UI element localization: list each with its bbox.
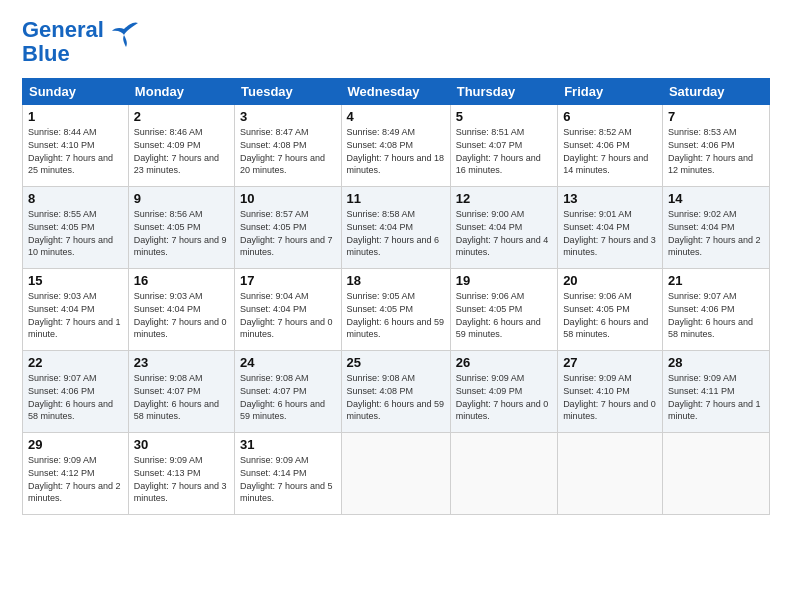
day-number: 19 xyxy=(456,273,552,288)
day-detail: Sunrise: 8:52 AMSunset: 4:06 PMDaylight:… xyxy=(563,127,648,175)
day-number: 30 xyxy=(134,437,229,452)
weekday-header: Wednesday xyxy=(341,79,450,105)
calendar-cell: 2 Sunrise: 8:46 AMSunset: 4:09 PMDayligh… xyxy=(128,105,234,187)
calendar-cell: 22 Sunrise: 9:07 AMSunset: 4:06 PMDaylig… xyxy=(23,351,129,433)
day-number: 24 xyxy=(240,355,336,370)
calendar-cell: 26 Sunrise: 9:09 AMSunset: 4:09 PMDaylig… xyxy=(450,351,557,433)
day-number: 7 xyxy=(668,109,764,124)
calendar-cell xyxy=(558,433,663,515)
logo-bird-icon xyxy=(110,19,142,47)
day-detail: Sunrise: 8:57 AMSunset: 4:05 PMDaylight:… xyxy=(240,209,333,257)
calendar-cell: 12 Sunrise: 9:00 AMSunset: 4:04 PMDaylig… xyxy=(450,187,557,269)
day-number: 22 xyxy=(28,355,123,370)
day-number: 1 xyxy=(28,109,123,124)
calendar-cell: 23 Sunrise: 9:08 AMSunset: 4:07 PMDaylig… xyxy=(128,351,234,433)
day-detail: Sunrise: 9:00 AMSunset: 4:04 PMDaylight:… xyxy=(456,209,549,257)
calendar-cell: 10 Sunrise: 8:57 AMSunset: 4:05 PMDaylig… xyxy=(235,187,342,269)
day-number: 3 xyxy=(240,109,336,124)
calendar-cell xyxy=(341,433,450,515)
weekday-header: Sunday xyxy=(23,79,129,105)
page: GeneralBlue SundayMondayTuesdayWednesday… xyxy=(0,0,792,525)
calendar-cell: 8 Sunrise: 8:55 AMSunset: 4:05 PMDayligh… xyxy=(23,187,129,269)
day-number: 28 xyxy=(668,355,764,370)
calendar-cell: 16 Sunrise: 9:03 AMSunset: 4:04 PMDaylig… xyxy=(128,269,234,351)
day-number: 26 xyxy=(456,355,552,370)
day-number: 9 xyxy=(134,191,229,206)
weekday-header: Monday xyxy=(128,79,234,105)
day-number: 23 xyxy=(134,355,229,370)
day-number: 18 xyxy=(347,273,445,288)
logo: GeneralBlue xyxy=(22,18,142,66)
calendar-cell: 15 Sunrise: 9:03 AMSunset: 4:04 PMDaylig… xyxy=(23,269,129,351)
day-detail: Sunrise: 8:47 AMSunset: 4:08 PMDaylight:… xyxy=(240,127,325,175)
day-detail: Sunrise: 9:08 AMSunset: 4:08 PMDaylight:… xyxy=(347,373,445,421)
day-detail: Sunrise: 9:09 AMSunset: 4:13 PMDaylight:… xyxy=(134,455,227,503)
calendar-cell: 6 Sunrise: 8:52 AMSunset: 4:06 PMDayligh… xyxy=(558,105,663,187)
day-detail: Sunrise: 8:53 AMSunset: 4:06 PMDaylight:… xyxy=(668,127,753,175)
day-number: 15 xyxy=(28,273,123,288)
calendar-cell: 14 Sunrise: 9:02 AMSunset: 4:04 PMDaylig… xyxy=(662,187,769,269)
weekday-header: Saturday xyxy=(662,79,769,105)
day-detail: Sunrise: 9:06 AMSunset: 4:05 PMDaylight:… xyxy=(563,291,648,339)
weekday-header: Thursday xyxy=(450,79,557,105)
day-number: 4 xyxy=(347,109,445,124)
calendar-cell: 3 Sunrise: 8:47 AMSunset: 4:08 PMDayligh… xyxy=(235,105,342,187)
weekday-header: Friday xyxy=(558,79,663,105)
day-detail: Sunrise: 9:03 AMSunset: 4:04 PMDaylight:… xyxy=(134,291,227,339)
day-detail: Sunrise: 9:05 AMSunset: 4:05 PMDaylight:… xyxy=(347,291,445,339)
calendar-cell: 1 Sunrise: 8:44 AMSunset: 4:10 PMDayligh… xyxy=(23,105,129,187)
day-number: 17 xyxy=(240,273,336,288)
day-number: 8 xyxy=(28,191,123,206)
day-number: 14 xyxy=(668,191,764,206)
day-number: 21 xyxy=(668,273,764,288)
day-number: 16 xyxy=(134,273,229,288)
day-detail: Sunrise: 8:58 AMSunset: 4:04 PMDaylight:… xyxy=(347,209,440,257)
calendar-cell: 31 Sunrise: 9:09 AMSunset: 4:14 PMDaylig… xyxy=(235,433,342,515)
calendar-cell: 11 Sunrise: 8:58 AMSunset: 4:04 PMDaylig… xyxy=(341,187,450,269)
header: GeneralBlue xyxy=(22,18,770,66)
day-detail: Sunrise: 9:09 AMSunset: 4:14 PMDaylight:… xyxy=(240,455,333,503)
calendar-cell xyxy=(450,433,557,515)
day-number: 12 xyxy=(456,191,552,206)
day-number: 13 xyxy=(563,191,657,206)
day-number: 6 xyxy=(563,109,657,124)
day-detail: Sunrise: 9:08 AMSunset: 4:07 PMDaylight:… xyxy=(240,373,325,421)
day-number: 31 xyxy=(240,437,336,452)
day-number: 2 xyxy=(134,109,229,124)
day-number: 5 xyxy=(456,109,552,124)
day-detail: Sunrise: 8:46 AMSunset: 4:09 PMDaylight:… xyxy=(134,127,219,175)
calendar-cell: 9 Sunrise: 8:56 AMSunset: 4:05 PMDayligh… xyxy=(128,187,234,269)
calendar-cell: 28 Sunrise: 9:09 AMSunset: 4:11 PMDaylig… xyxy=(662,351,769,433)
calendar-cell: 19 Sunrise: 9:06 AMSunset: 4:05 PMDaylig… xyxy=(450,269,557,351)
day-detail: Sunrise: 9:09 AMSunset: 4:11 PMDaylight:… xyxy=(668,373,761,421)
calendar-cell: 18 Sunrise: 9:05 AMSunset: 4:05 PMDaylig… xyxy=(341,269,450,351)
logo-text: GeneralBlue xyxy=(22,18,104,66)
day-detail: Sunrise: 8:44 AMSunset: 4:10 PMDaylight:… xyxy=(28,127,113,175)
calendar-table: SundayMondayTuesdayWednesdayThursdayFrid… xyxy=(22,78,770,515)
day-detail: Sunrise: 9:02 AMSunset: 4:04 PMDaylight:… xyxy=(668,209,761,257)
day-number: 27 xyxy=(563,355,657,370)
day-detail: Sunrise: 9:04 AMSunset: 4:04 PMDaylight:… xyxy=(240,291,333,339)
day-number: 20 xyxy=(563,273,657,288)
day-detail: Sunrise: 8:51 AMSunset: 4:07 PMDaylight:… xyxy=(456,127,541,175)
calendar-cell: 4 Sunrise: 8:49 AMSunset: 4:08 PMDayligh… xyxy=(341,105,450,187)
day-detail: Sunrise: 8:49 AMSunset: 4:08 PMDaylight:… xyxy=(347,127,445,175)
day-detail: Sunrise: 9:06 AMSunset: 4:05 PMDaylight:… xyxy=(456,291,541,339)
calendar-cell: 5 Sunrise: 8:51 AMSunset: 4:07 PMDayligh… xyxy=(450,105,557,187)
calendar-cell: 30 Sunrise: 9:09 AMSunset: 4:13 PMDaylig… xyxy=(128,433,234,515)
calendar-cell: 29 Sunrise: 9:09 AMSunset: 4:12 PMDaylig… xyxy=(23,433,129,515)
day-number: 10 xyxy=(240,191,336,206)
day-detail: Sunrise: 9:07 AMSunset: 4:06 PMDaylight:… xyxy=(28,373,113,421)
day-detail: Sunrise: 8:56 AMSunset: 4:05 PMDaylight:… xyxy=(134,209,227,257)
day-detail: Sunrise: 9:03 AMSunset: 4:04 PMDaylight:… xyxy=(28,291,121,339)
calendar-cell: 13 Sunrise: 9:01 AMSunset: 4:04 PMDaylig… xyxy=(558,187,663,269)
day-detail: Sunrise: 8:55 AMSunset: 4:05 PMDaylight:… xyxy=(28,209,113,257)
day-number: 25 xyxy=(347,355,445,370)
calendar-cell: 7 Sunrise: 8:53 AMSunset: 4:06 PMDayligh… xyxy=(662,105,769,187)
day-detail: Sunrise: 9:09 AMSunset: 4:12 PMDaylight:… xyxy=(28,455,121,503)
day-number: 11 xyxy=(347,191,445,206)
weekday-header: Tuesday xyxy=(235,79,342,105)
calendar-cell: 25 Sunrise: 9:08 AMSunset: 4:08 PMDaylig… xyxy=(341,351,450,433)
calendar-cell: 21 Sunrise: 9:07 AMSunset: 4:06 PMDaylig… xyxy=(662,269,769,351)
day-detail: Sunrise: 9:09 AMSunset: 4:10 PMDaylight:… xyxy=(563,373,656,421)
